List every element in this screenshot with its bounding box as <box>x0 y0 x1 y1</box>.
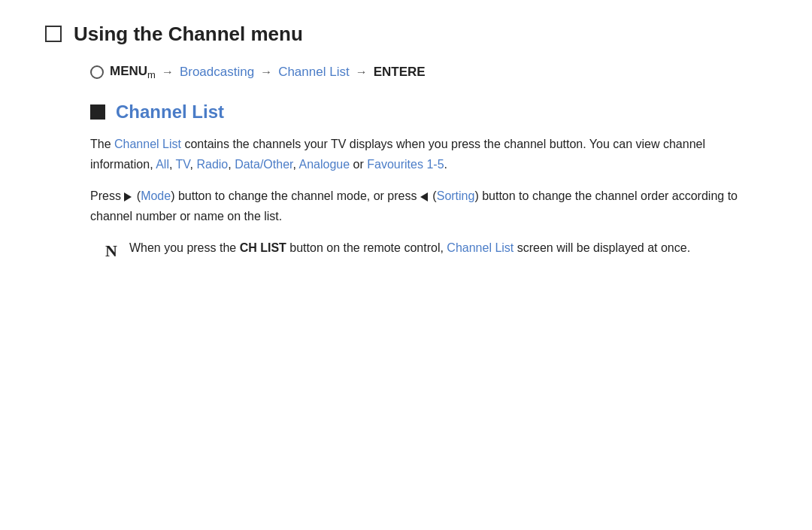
data-other-link: Data/Other <box>235 158 292 171</box>
note-row: N When you press the CH LIST button on t… <box>105 238 767 263</box>
sorting-link: Sorting <box>437 189 475 202</box>
broadcasting-link: Broadcasting <box>180 65 254 80</box>
enter-keyword: ENTERE <box>374 65 426 80</box>
paragraph-1: The Channel List contains the channels y… <box>90 135 767 174</box>
triangle-right-icon <box>124 192 132 201</box>
section-title: Using the Channel menu <box>74 23 303 46</box>
ch-list-bold: CH LIST <box>240 241 286 254</box>
triangle-left-icon <box>420 192 428 201</box>
channel-list-link-1: Channel List <box>114 138 181 150</box>
analogue-link: Analogue <box>299 158 350 171</box>
channel-list-link-note: Channel List <box>447 241 514 254</box>
radio-link: Radio <box>196 158 228 171</box>
arrow-3: → <box>356 65 368 79</box>
menu-path: MENUm → Broadcasting → Channel List → EN… <box>90 64 767 80</box>
tv-link: TV <box>176 158 190 171</box>
menu-circle-icon <box>90 65 104 79</box>
channel-list-subsection: Channel List The Channel List contains t… <box>90 101 767 263</box>
subsection-title: Channel List <box>116 101 224 123</box>
arrow-2: → <box>260 65 272 79</box>
subsection-header: Channel List <box>90 101 767 123</box>
channel-list-link-path: Channel List <box>278 65 350 80</box>
checkbox-icon <box>45 26 62 42</box>
menu-keyword: MENUm <box>110 64 156 80</box>
note-letter: N <box>105 238 117 263</box>
all-link: All <box>156 158 169 171</box>
arrow-1: → <box>162 65 174 79</box>
filled-square-icon <box>90 104 105 120</box>
mode-link: Mode <box>141 189 171 202</box>
note-text: When you press the CH LIST button on the… <box>129 238 690 258</box>
section-header: Using the Channel menu <box>45 23 767 46</box>
paragraph-2: Press (Mode) button to change the channe… <box>90 186 767 226</box>
favourites-link: Favourites 1-5 <box>367 158 444 171</box>
